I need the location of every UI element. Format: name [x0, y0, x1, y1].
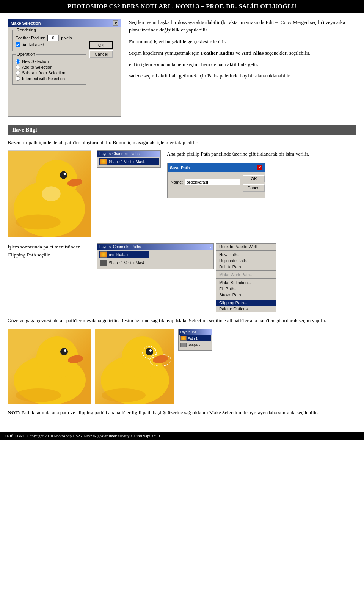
layer-thumb-0 — [100, 159, 107, 165]
clipping-text: İşlem sonrasında palet menüsünden Clippi… — [8, 243, 91, 259]
dialog-titlebar: Make Selection ✕ — [8, 19, 121, 27]
clip-label-0: ordekkafasi — [109, 253, 128, 257]
menu-dock[interactable]: Dock to Palette Well — [216, 244, 276, 251]
menu-stroke-path[interactable]: Stroke Path... — [216, 292, 276, 299]
clip-label-1: Shape 1 Vector Mask — [109, 261, 145, 265]
header-title: PHOTOSHOP CS2 DERS NOTLARI . KONU 3 – PR… — [67, 3, 297, 9]
clip-tabs: Layers Channels Paths — [99, 245, 141, 249]
menu-make-work-path[interactable]: Make Work Path... — [216, 272, 276, 279]
layer-small-label-1: Shape 2 — [188, 343, 201, 347]
top-paragraph-1: Seçilen resim başka bir dosyaya aktarıla… — [129, 19, 356, 34]
svg-point-12 — [16, 388, 61, 402]
save-path-close-button[interactable]: ✕ — [257, 165, 262, 170]
layers-small-row-1[interactable]: Shape 2 — [180, 342, 211, 348]
layers-small-tab1[interactable]: Layers — [180, 330, 190, 334]
content-area: Make Selection ✕ Rendering Feather Radiu… — [0, 13, 364, 426]
page-footer: Telif Hakkı . Copyright 2010 Photoshop C… — [0, 432, 364, 440]
clip-close-button[interactable]: ▸ — [210, 245, 212, 249]
operation-label: Operation — [16, 52, 36, 57]
anti-label: Anti Alias — [242, 50, 264, 56]
clip-row-0[interactable]: ordekkafasi — [99, 251, 149, 258]
operation-group: Operation New Selection Add to Selection — [12, 54, 86, 85]
paths-tab[interactable]: Paths — [130, 152, 140, 156]
menu-new-path[interactable]: New Path... — [216, 251, 276, 258]
top-text-block: Seçilen resim başka bir dosyaya aktarıla… — [129, 19, 356, 117]
feather-radius-input[interactable] — [47, 35, 59, 41]
channels-tab[interactable]: Channels — [112, 152, 128, 156]
cancel-button[interactable]: Cancel — [89, 50, 113, 58]
clip-content: ordekkafasi Shape 1 Vector Mask — [97, 250, 213, 269]
clip-layers-list: ordekkafasi Shape 1 Vector Mask — [97, 250, 151, 269]
dialog-buttons: OK Cancel — [89, 41, 113, 58]
clip-row-1[interactable]: Shape 1 Vector Mask — [99, 259, 149, 267]
save-path-buttons: OK Cancel — [243, 175, 265, 192]
layers-small-tab2[interactable]: Pa — [192, 330, 196, 334]
subtract-selection-radio[interactable] — [16, 71, 20, 75]
duck-image-2 — [8, 329, 91, 404]
save-path-title: Save Path — [170, 165, 190, 171]
save-path-name-label: Name: — [171, 179, 183, 185]
menu-make-selection[interactable]: Make Selection... — [216, 280, 276, 286]
subtract-selection-label: Subtract from Selection — [22, 71, 65, 75]
add-selection-radio[interactable] — [16, 65, 20, 69]
rendering-label: Rendering — [16, 28, 37, 32]
clip-thumb-0 — [100, 251, 107, 258]
new-selection-label: New Selection — [22, 59, 49, 64]
dialog-body: Rendering Feather Radius: pixels Anti-al… — [8, 27, 121, 88]
panels-column: Layers Channels Paths Shape 1 Vector Mas… — [97, 150, 161, 168]
svg-point-6 — [16, 215, 61, 230]
note-bold: NOT — [8, 410, 19, 415]
footer-copyright: Telif Hakkı . Copyright 2010 Photoshop C… — [5, 434, 160, 438]
ok-button[interactable]: OK — [89, 41, 113, 49]
layers-small-content: Path 1 Shape 2 — [179, 335, 212, 350]
clip-channels-tab[interactable]: Channels — [113, 245, 129, 249]
top-paragraph-2: Fotomontaj işleri bu şekilde gerçekleşti… — [129, 38, 356, 46]
add-selection-label: Add to Selection — [22, 65, 52, 69]
menu-duplicate-path[interactable]: Duplicate Path... — [216, 258, 276, 264]
ilave-bilgi-header: İlave Bilgi — [8, 125, 356, 135]
layers-tab[interactable]: Layers — [99, 152, 111, 156]
intersect-selection-radio[interactable] — [16, 76, 20, 81]
menu-palette-options[interactable]: Palette Options... — [216, 306, 276, 312]
save-path-ok-button[interactable]: OK — [243, 175, 265, 182]
middle-section: Layers Channels Paths Shape 1 Vector Mas… — [8, 150, 356, 237]
clipping-left-text: İşlem sonrasında palet menüsünden Clippi… — [8, 243, 91, 259]
mid-text-block: Ana path çizilip Path panelinde üzerine … — [167, 150, 356, 198]
intersect-selection-label: Intersect with Selection — [22, 76, 65, 81]
menu-fill-path[interactable]: Fill Path... — [216, 286, 276, 292]
feather-label: Feather Radius — [201, 50, 235, 56]
top-paragraph-3: Seçim köşelerini yumuşatmak için Feather… — [129, 49, 356, 57]
save-path-name-input[interactable] — [185, 179, 240, 185]
svg-point-11 — [64, 349, 66, 352]
ilave-bilgi-text1: Bazen bir path içinde de alt path'ler ol… — [8, 139, 356, 146]
top-section: Make Selection ✕ Rendering Feather Radiu… — [8, 19, 356, 117]
dialog-close-button[interactable]: ✕ — [113, 20, 118, 26]
clipping-section: İşlem sonrasında palet menüsünden Clippi… — [8, 243, 356, 312]
note-text-content: : Path kısmında ana path ve clipping pat… — [19, 410, 318, 415]
anti-aliased-checkbox[interactable] — [16, 42, 20, 47]
clip-titlebar: Layers Channels Paths ▸ — [97, 244, 213, 250]
clip-paths-tab[interactable]: Paths — [131, 245, 141, 249]
dialog-title: Make Selection — [11, 21, 41, 25]
save-path-dialog: Save Path ✕ Name: OK Cancel — [167, 163, 265, 199]
save-path-cancel-button[interactable]: Cancel — [243, 184, 265, 192]
feather-radius-label: Feather Radius: — [16, 36, 45, 40]
make-selection-dialog: Make Selection ✕ Rendering Feather Radiu… — [8, 19, 121, 117]
layers-panel: Layers Channels Paths Shape 1 Vector Mas… — [97, 150, 161, 168]
new-selection-radio[interactable] — [16, 59, 20, 64]
rendering-group: Rendering Feather Radius: pixels Anti-al… — [12, 30, 86, 51]
clipping-panel-area: Layers Channels Paths ▸ ordekkafasi — [97, 243, 276, 312]
menu-delete-path[interactable]: Delete Path — [216, 264, 276, 271]
svg-point-16 — [146, 348, 153, 355]
layers-small-row-0[interactable]: Path 1 — [180, 335, 211, 341]
layers-small-panel: Layers Pa Path 1 Shape 2 — [178, 329, 212, 351]
save-path-body: Name: OK Cancel — [168, 172, 265, 198]
duck-image-1 — [8, 150, 91, 237]
anti-aliased-label: Anti-aliased — [22, 42, 44, 47]
context-menu: Dock to Palette Well New Path... Duplica… — [216, 243, 276, 312]
clip-layers-tab[interactable]: Layers — [99, 245, 111, 249]
layer-small-thumb-1 — [180, 343, 187, 347]
layer-row-0[interactable]: Shape 1 Vector Mask — [99, 158, 159, 165]
mid-text-paragraph: Ana path çizilip Path panelinde üzerine … — [167, 150, 356, 158]
menu-clipping-path[interactable]: Clipping Path... — [216, 300, 276, 306]
